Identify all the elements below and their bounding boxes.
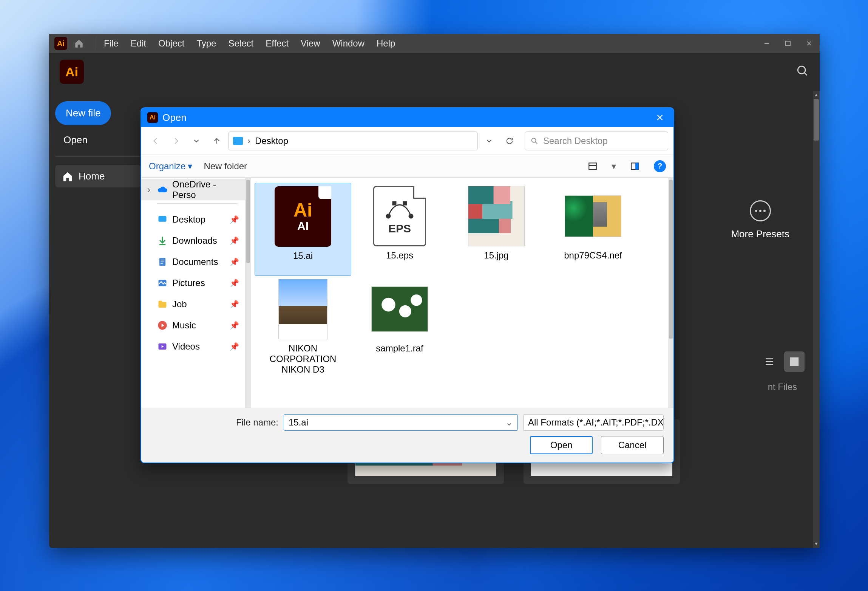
pin-icon: 📌: [230, 342, 239, 351]
menu-select[interactable]: Select: [222, 34, 259, 53]
scrollbar-thumb[interactable]: [814, 99, 819, 141]
menu-help[interactable]: Help: [371, 34, 401, 53]
sidebar-divider: [55, 156, 141, 157]
svg-rect-21: [635, 163, 639, 169]
scroll-up-icon[interactable]: ▲: [813, 91, 820, 99]
menu-type[interactable]: Type: [190, 34, 222, 53]
list-view-button[interactable]: [759, 351, 780, 372]
home-icon: [62, 171, 73, 182]
search-icon[interactable]: [796, 65, 809, 79]
refresh-button[interactable]: [500, 132, 519, 150]
menu-separator: [94, 37, 94, 50]
tree-label: Downloads: [172, 235, 217, 246]
file-item[interactable]: sample1.raf: [351, 276, 448, 369]
window-controls: [756, 34, 820, 53]
file-name: 15.jpg: [484, 250, 508, 261]
organize-menu[interactable]: Organize▾: [149, 161, 192, 172]
sidebar-home[interactable]: Home: [55, 165, 141, 187]
menu-file[interactable]: File: [98, 34, 125, 53]
eps-file-icon: EPS: [373, 186, 426, 246]
address-dropdown-button[interactable]: [480, 132, 498, 150]
dialog-body: › OneDrive - Perso Desktop📌 Downloads📌 D…: [141, 178, 673, 408]
home-icon[interactable]: [73, 37, 85, 50]
nav-recent-button[interactable]: [187, 132, 205, 150]
file-name-input[interactable]: 15.ai ⌄: [284, 414, 518, 431]
file-item[interactable]: AiAI 15.ai: [255, 183, 351, 276]
svg-rect-11: [791, 362, 794, 365]
svg-point-32: [386, 214, 390, 218]
tree-pictures[interactable]: Pictures📌: [141, 272, 245, 294]
open-tab[interactable]: Open: [55, 125, 141, 155]
tree-videos[interactable]: Videos📌: [141, 336, 245, 357]
address-bar[interactable]: › Desktop: [228, 132, 478, 150]
svg-rect-22: [159, 216, 167, 222]
tree-job[interactable]: Job📌: [141, 294, 245, 315]
chevron-down-icon[interactable]: ⌄: [505, 417, 513, 428]
files-scrollbar[interactable]: [668, 178, 673, 408]
tree-music[interactable]: Music📌: [141, 315, 245, 336]
file-name: 15.ai: [293, 251, 313, 261]
folder-tree: › OneDrive - Perso Desktop📌 Downloads📌 D…: [141, 178, 246, 408]
filter-value: All Formats (*.AI;*.AIT;*.PDF;*.DX: [528, 417, 664, 428]
pin-icon: 📌: [230, 300, 239, 309]
tree-onedrive[interactable]: › OneDrive - Perso: [141, 179, 245, 200]
tree-label: Documents: [172, 257, 218, 267]
more-presets[interactable]: More Presets: [731, 200, 789, 240]
search-input[interactable]: Search Desktop: [525, 132, 668, 150]
pin-icon: 📌: [230, 236, 239, 245]
open-dialog: Ai Open › Desktop Search Desktop Organiz…: [141, 107, 674, 463]
dialog-footer: File name: 15.ai ⌄ All Formats (*.AI;*.A…: [141, 408, 673, 463]
grid-view-button[interactable]: [784, 351, 805, 372]
minimize-button[interactable]: [756, 34, 777, 53]
maximize-button[interactable]: [777, 34, 798, 53]
menu-object[interactable]: Object: [152, 34, 190, 53]
help-button[interactable]: ?: [654, 160, 666, 172]
cancel-button[interactable]: Cancel: [601, 436, 664, 454]
tree-scrollbar[interactable]: [246, 178, 251, 408]
videos-icon: [157, 341, 168, 352]
nav-forward-button[interactable]: [167, 132, 185, 150]
menu-window[interactable]: Window: [326, 34, 371, 53]
menu-edit[interactable]: Edit: [125, 34, 152, 53]
file-item[interactable]: 15.jpg: [448, 183, 545, 276]
new-file-button[interactable]: New file: [55, 101, 111, 125]
breadcrumb-desktop[interactable]: Desktop: [255, 136, 288, 146]
menu-view[interactable]: View: [295, 34, 326, 53]
close-button[interactable]: [798, 34, 820, 53]
menu-effect[interactable]: Effect: [259, 34, 295, 53]
image-thumbnail: [565, 195, 621, 237]
monitor-icon: [233, 137, 243, 145]
tree-downloads[interactable]: Downloads📌: [141, 230, 245, 251]
file-grid: AiAI 15.ai EPS 15.eps 15.jpg bnp79CS4.ne…: [251, 178, 668, 408]
chevron-right-icon: ›: [147, 184, 153, 195]
scrollbar[interactable]: ▲ ▼: [813, 91, 820, 548]
scrollbar-thumb[interactable]: [246, 180, 250, 263]
recent-files-label: nt Files: [768, 382, 797, 392]
dialog-close-button[interactable]: [652, 110, 667, 125]
new-folder-button[interactable]: New folder: [204, 161, 247, 172]
file-type-filter[interactable]: All Formats (*.AI;*.AIT;*.PDF;*.DX ⌄: [523, 414, 664, 431]
scroll-down-icon[interactable]: ▼: [813, 540, 820, 548]
pin-icon: 📌: [230, 215, 239, 224]
preview-pane-button[interactable]: [627, 159, 643, 174]
scrollbar-thumb[interactable]: [669, 180, 673, 339]
file-item[interactable]: NIKON CORPORATION NIKON D3: [255, 276, 351, 389]
file-item[interactable]: EPS 15.eps: [351, 183, 448, 276]
tree-label: OneDrive - Perso: [172, 179, 239, 200]
download-icon: [157, 235, 168, 246]
image-thumbnail: [278, 279, 327, 339]
dialog-title: Open: [162, 112, 187, 124]
file-item[interactable]: bnp79CS4.nef: [545, 183, 641, 276]
tree-desktop[interactable]: Desktop📌: [141, 209, 245, 230]
open-button[interactable]: Open: [530, 436, 593, 454]
music-icon: [157, 320, 168, 331]
tree-documents[interactable]: Documents📌: [141, 251, 245, 272]
tree-label: Desktop: [172, 214, 205, 225]
chevron-down-icon[interactable]: ▾: [612, 161, 616, 172]
nav-up-button[interactable]: [208, 132, 226, 150]
nav-back-button[interactable]: [147, 132, 165, 150]
illustrator-mini-icon: Ai: [147, 112, 158, 123]
view-layout-button[interactable]: [585, 159, 600, 174]
monitor-icon: [157, 214, 168, 225]
folder-icon: [157, 299, 168, 309]
